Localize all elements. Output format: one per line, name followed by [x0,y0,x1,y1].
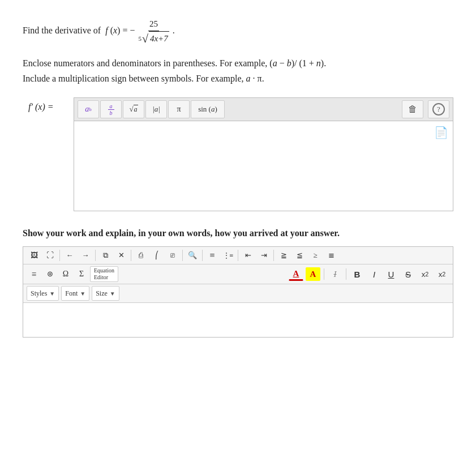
sigma-button[interactable]: Σ [74,267,89,281]
separator9 [346,268,346,280]
help-icon: ? [432,103,445,116]
text-toolbar-right: A A I B I U S x2 x2 [289,267,449,281]
enclose-note: Enclose numerators and denominators in p… [23,58,326,68]
separator [59,250,60,261]
separator2 [95,250,96,261]
table-button[interactable]: ⊛ [42,267,57,281]
omega-button[interactable]: Ω [58,267,73,281]
size-select[interactable]: Size ▼ [92,286,119,301]
equation-editor-button[interactable]: Equation Editor [90,266,118,282]
fraction-button[interactable]: a b [100,100,122,118]
align-justify-button[interactable]: ≣ [324,249,338,262]
abs-button[interactable]: |a| [145,100,167,118]
paste-word-button[interactable]: ⎚ [165,249,180,262]
styles-arrow: ▼ [49,291,55,297]
list-number-button[interactable]: ⋮≡ [221,249,235,262]
underline-button[interactable]: U [384,267,398,281]
styles-label: Styles [31,289,47,298]
answer-section: f′ (x) = ab a b √a |a| π sin (a) [74,97,453,211]
italic-button[interactable]: I [367,267,381,281]
superscript-button2[interactable]: x2 [435,267,449,281]
separator3 [131,250,131,261]
bold-button[interactable]: B [350,267,364,281]
trash-icon: 🗑 [408,104,417,114]
sqrt-button[interactable]: √a [123,100,144,118]
bullet-list-button2[interactable]: ≡ [27,267,41,281]
denominator: 5√4x+7 [137,31,170,45]
delete-button[interactable]: 🗑 [402,100,423,118]
font-arrow: ▼ [80,291,85,297]
styles-select[interactable]: Styles ▼ [27,286,59,301]
separator8 [324,268,324,280]
cut-button[interactable]: ✕ [114,249,128,262]
format-row: Styles ▼ Font ▼ Size ▼ [23,284,453,303]
show-work-title: Show your work and explain, in your own … [23,228,453,238]
problem-statement: Find the derivative of f (x) = − 25 5√4x… [23,17,453,45]
list-bullet-button[interactable]: ≡ [205,249,220,262]
align-left-button[interactable]: ≧ [276,249,291,262]
work-input-area[interactable] [23,303,453,337]
indent-increase-button[interactable]: ⇥ [256,249,271,262]
separator7 [273,250,274,261]
copy-button[interactable]: ⧉ [98,249,113,262]
paste-icon: 📄 [434,126,448,139]
numerator: 25 [148,17,159,31]
separator5 [202,250,203,261]
subscript-button[interactable]: x2 [418,267,432,281]
align-center-button[interactable]: ≦ [292,249,307,262]
function-math: f (x) = − 25 5√4x+7 . [105,25,175,35]
text-editor: 🖼 ⛶ ← → ⧉ ✕ ⎙ ⎛ ⎚ 🔍 ≡ ⋮≡ ⇤ ⇥ ≧ ≦ ≥ ≣ ≡ ⊛… [23,246,453,338]
size-label: Size [96,289,108,298]
math-toolbar: ab a b √a |a| π sin (a) 🗑 [74,97,453,121]
text-toolbar-bottom: ≡ ⊛ Ω Σ Equation Editor A A I B I U S x2 [23,264,453,284]
editor-label: Editor [94,274,108,281]
help-button[interactable]: ? [428,100,449,118]
font-highlight-button[interactable]: A [306,267,320,281]
separator6 [238,250,238,261]
font-select[interactable]: Font ▼ [61,286,89,301]
redo-button[interactable]: → [78,249,93,262]
find-derivative-text: Find the derivative of [23,25,101,35]
equation-label: Equation [94,267,114,274]
text-toolbar-top: 🖼 ⛶ ← → ⧉ ✕ ⎙ ⎛ ⎚ 🔍 ≡ ⋮≡ ⇤ ⇥ ≧ ≦ ≥ ≣ [23,247,453,264]
size-arrow: ▼ [110,291,115,297]
answer-label: f′ (x) = [28,102,54,112]
paste-plain-button[interactable]: ⎛ [149,249,164,262]
italic-clear-button[interactable]: I [328,267,342,281]
instructions: Enclose numerators and denominators in p… [23,55,453,86]
font-color-button[interactable]: A [289,267,303,281]
image-button[interactable]: 🖼 [27,249,41,262]
strikethrough-button[interactable]: S [401,267,415,281]
separator4 [182,250,183,261]
expand-button[interactable]: ⛶ [42,249,57,262]
math-input-area[interactable]: 📄 [74,121,453,211]
indent-decrease-button[interactable]: ⇤ [241,249,255,262]
superscript-button[interactable]: ab [78,100,99,118]
multiply-note: Include a multiplication sign between sy… [23,74,264,83]
align-right-button[interactable]: ≥ [308,249,323,262]
font-label: Font [65,289,78,298]
undo-button[interactable]: ← [62,249,77,262]
pi-button[interactable]: π [168,100,190,118]
sin-button[interactable]: sin (a) [191,100,225,118]
find-button[interactable]: 🔍 [185,249,200,262]
paste-button[interactable]: ⎙ [134,249,148,262]
